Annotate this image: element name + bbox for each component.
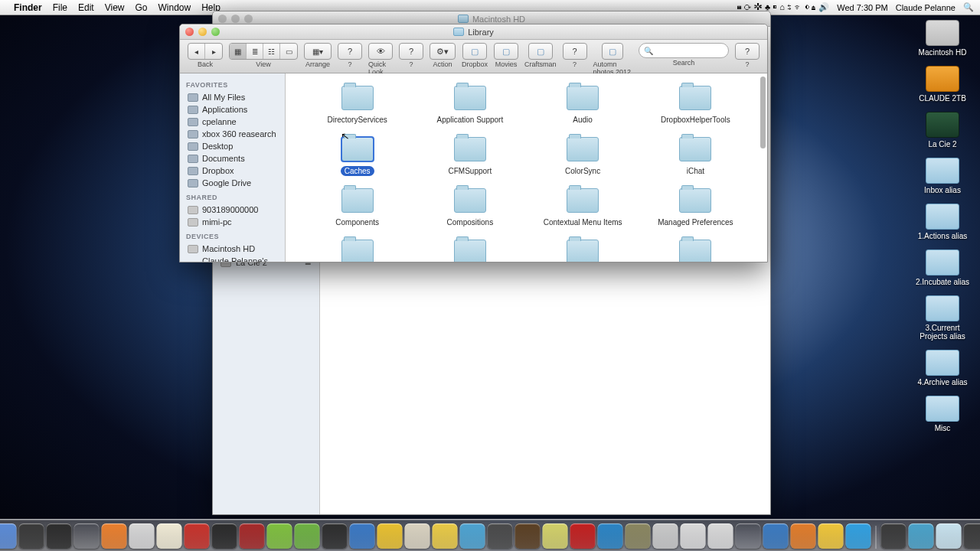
dock-item[interactable]: [47, 523, 72, 549]
dock-item[interactable]: [881, 523, 906, 549]
nav-back-forward[interactable]: ◂▸: [188, 43, 223, 60]
dock-item[interactable]: [350, 523, 375, 549]
sidebar-item[interactable]: cpelanne: [180, 116, 285, 128]
folder-item[interactable]: Components: [301, 184, 413, 235]
dock-item[interactable]: [322, 523, 348, 549]
app-menu[interactable]: Finder: [14, 2, 42, 13]
desktop-icon[interactable]: CLAUDE 2TB: [919, 66, 966, 103]
dock-item[interactable]: [433, 523, 458, 549]
sidebar-item[interactable]: Dropbox: [180, 165, 285, 177]
finder-window-front[interactable]: Library ◂▸Back ▦≣☷▭View ▦▾Arrange ?? 👁Qu…: [179, 24, 768, 262]
folder-item[interactable]: DirectoryServices: [301, 81, 413, 132]
dock-item[interactable]: [818, 523, 844, 549]
dock-item[interactable]: [964, 523, 981, 549]
minimize-button[interactable]: [231, 15, 240, 23]
spotlight-icon[interactable]: 🔍: [963, 2, 974, 12]
zoom-button[interactable]: [211, 28, 220, 36]
folder-item[interactable]: Compositions: [413, 184, 526, 235]
dock-item[interactable]: [295, 523, 320, 549]
dock-item[interactable]: [74, 523, 100, 549]
dock-item[interactable]: [488, 523, 513, 549]
toolbar-unknown-1[interactable]: ?: [338, 43, 362, 60]
menu-go[interactable]: Go: [136, 2, 148, 13]
sidebar-item[interactable]: mimi-pc: [180, 216, 285, 228]
dock-item[interactable]: [129, 523, 155, 549]
dock-item[interactable]: [460, 523, 485, 549]
folder-item[interactable]: Desktop Pictures: [301, 235, 413, 262]
desktop-icon[interactable]: 1.Actions alias: [918, 204, 967, 240]
dock-item[interactable]: [791, 523, 816, 549]
dock-item[interactable]: [763, 523, 789, 549]
view-mode[interactable]: ▦≣☷▭: [229, 43, 298, 60]
desktop-icon[interactable]: Misc: [926, 396, 959, 432]
dock-item[interactable]: [681, 523, 706, 549]
dock-item[interactable]: [598, 523, 623, 549]
minimize-button[interactable]: [198, 28, 207, 36]
desktop-icon[interactable]: 2.Incubate alias: [916, 249, 969, 286]
dock-item[interactable]: [653, 523, 678, 549]
sidebar-item[interactable]: Claude Pelanne's i...: [180, 255, 285, 262]
menubar-clock[interactable]: Wed 7:30 PM: [837, 3, 887, 12]
desktop-icon[interactable]: Macintosh HD: [919, 20, 967, 57]
folder-item[interactable]: Contextual Menu Items: [527, 184, 639, 235]
dock-item[interactable]: [0, 523, 17, 549]
dock-item[interactable]: [708, 523, 733, 549]
folder-item[interactable]: CFMSupport: [413, 132, 526, 184]
sidebar-item[interactable]: All My Files: [180, 91, 285, 103]
close-button[interactable]: [185, 28, 194, 36]
dock-item[interactable]: [185, 523, 210, 549]
toolbar-unknown-4[interactable]: ?: [735, 43, 760, 60]
folder-item[interactable]: Server: [639, 235, 752, 262]
dock-item[interactable]: [736, 523, 761, 549]
dock-item[interactable]: [909, 523, 934, 549]
folder-item[interactable]: iChat: [639, 132, 752, 184]
craftsman-shortcut[interactable]: ▢: [528, 43, 553, 60]
dock-item[interactable]: [846, 523, 871, 549]
zoom-button[interactable]: [244, 15, 253, 23]
desktop-icon[interactable]: Inbox alias: [924, 158, 961, 194]
menubar-user[interactable]: Claude Pelanne: [896, 3, 956, 12]
dock-item[interactable]: [267, 523, 292, 549]
action-button[interactable]: ⚙▾: [430, 43, 456, 60]
sidebar-item[interactable]: Desktop: [180, 140, 285, 152]
content-area[interactable]: DirectoryServicesApplication SupportAudi…: [286, 73, 767, 262]
quick-look-button[interactable]: 👁: [368, 43, 393, 60]
dock[interactable]: [0, 519, 980, 551]
dock-item[interactable]: [543, 523, 568, 549]
search-field[interactable]: 🔍: [639, 43, 729, 58]
folder-item[interactable]: Audio: [527, 81, 639, 132]
folder-item[interactable]: Caches: [301, 132, 413, 184]
arrange-button[interactable]: ▦▾: [304, 43, 332, 60]
recent-folder-shortcut[interactable]: ▢: [602, 43, 623, 60]
folder-item[interactable]: Application Support: [413, 81, 526, 132]
dock-item[interactable]: [936, 523, 962, 549]
dropbox-shortcut[interactable]: ▢: [462, 43, 487, 60]
folder-item[interactable]: Documentation: [527, 235, 639, 262]
folder-item[interactable]: DropboxHelperTools: [639, 81, 752, 132]
folder-item[interactable]: Managed Preferences: [639, 184, 752, 235]
toolbar-unknown-2[interactable]: ?: [399, 43, 423, 60]
dock-item[interactable]: [515, 523, 541, 549]
sidebar-item[interactable]: Applications: [180, 103, 285, 116]
dock-item[interactable]: [570, 523, 596, 549]
desktop-icon[interactable]: La Cie 2: [926, 112, 959, 148]
desktop-icon[interactable]: 4.Archive alias: [917, 350, 967, 386]
sidebar-item[interactable]: Google Drive: [180, 177, 285, 189]
movies-shortcut[interactable]: ▢: [494, 43, 518, 60]
menu-file[interactable]: File: [53, 2, 67, 13]
sidebar-item[interactable]: 903189000000: [180, 204, 285, 216]
desktop-icon[interactable]: 3.Currenrt Projects alias: [911, 295, 974, 341]
sidebar-item[interactable]: xbox 360 reasearch: [180, 128, 285, 140]
folder-item[interactable]: Dictionaries: [413, 235, 526, 262]
folder-item[interactable]: ColorSync: [527, 132, 639, 184]
dock-item[interactable]: [102, 523, 127, 549]
dock-item[interactable]: [157, 523, 182, 549]
menu-window[interactable]: Window: [158, 2, 191, 13]
close-button[interactable]: [218, 15, 227, 23]
menu-edit[interactable]: Edit: [78, 2, 94, 13]
dock-item[interactable]: [240, 523, 265, 549]
dock-item[interactable]: [405, 523, 430, 549]
toolbar-unknown-3[interactable]: ?: [563, 43, 587, 60]
menu-view[interactable]: View: [105, 2, 125, 13]
dock-item[interactable]: [19, 523, 44, 549]
